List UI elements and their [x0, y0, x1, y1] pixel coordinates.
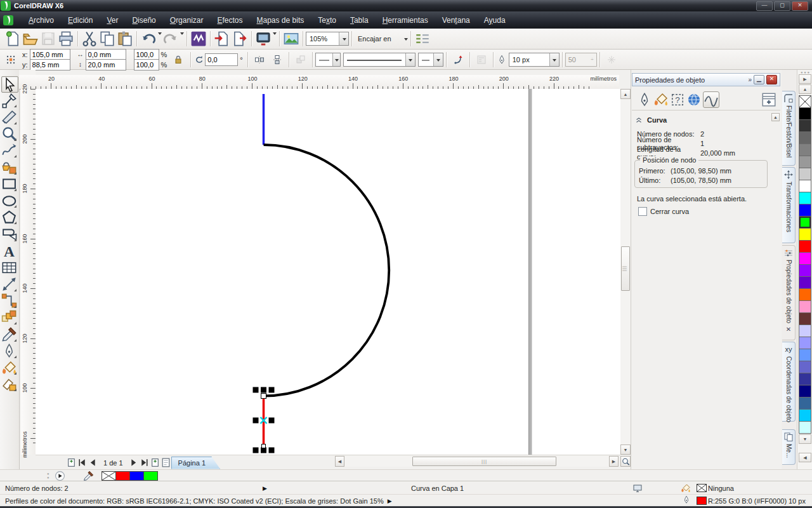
blend-tool[interactable]: [1, 310, 17, 325]
pick-tool[interactable]: [1, 76, 18, 93]
doc-swatch-ff0000[interactable]: [115, 471, 130, 481]
shape-tool[interactable]: [1, 93, 17, 108]
palette-swatch-ffff00[interactable]: [799, 228, 811, 241]
docker-scrollbar[interactable]: ▲: [771, 113, 780, 455]
palette-swatch-ff6600[interactable]: [799, 288, 811, 301]
y-position-field[interactable]: [30, 59, 70, 70]
application-launcher-button-dropdown[interactable]: [272, 35, 277, 43]
docpalette-flyout-button[interactable]: [55, 471, 65, 481]
menu-archivo[interactable]: Archivo: [22, 12, 61, 29]
palette-swatch-ffffff[interactable]: [799, 180, 811, 192]
docker-scroll-up[interactable]: ▲: [771, 113, 780, 121]
status-expander-1[interactable]: ▶: [263, 485, 267, 491]
last-page-button[interactable]: [139, 457, 150, 468]
palette-swatch-333399[interactable]: [799, 373, 811, 385]
dimension-tool[interactable]: [1, 277, 17, 292]
palette-swatch-0000ff[interactable]: [799, 204, 811, 217]
rotation-angle-field[interactable]: [205, 53, 238, 66]
scroll-right-button[interactable]: ▶: [609, 456, 619, 467]
expand-panel-icon[interactable]: [761, 92, 776, 107]
table-tool[interactable]: [1, 260, 17, 275]
first-node[interactable]: [261, 394, 266, 399]
text-wrap-button[interactable]: [473, 51, 490, 68]
copy-button[interactable]: [99, 30, 115, 47]
first-page-button[interactable]: [77, 457, 88, 468]
vertical-ruler[interactable]: 220200180160140120100milímetros: [21, 89, 36, 455]
collapse-section-icon[interactable]: [634, 114, 643, 126]
arc-object[interactable]: [264, 145, 390, 396]
smart-fill-tool[interactable]: [1, 160, 17, 175]
add-page-after-button[interactable]: [150, 457, 160, 468]
connector-tool[interactable]: [1, 293, 17, 309]
menu-texto[interactable]: Texto: [311, 12, 343, 29]
docker-close-button[interactable]: ✕: [766, 75, 777, 84]
palette-swatch-00ccff[interactable]: [799, 409, 811, 422]
scroll-up-button[interactable]: ▲: [620, 89, 631, 99]
palette-swatch-ff0000[interactable]: [799, 240, 811, 253]
arrange-button[interactable]: [292, 51, 309, 68]
vscroll-thumb[interactable]: |||: [621, 246, 630, 291]
text-tool[interactable]: A: [1, 243, 17, 258]
scroll-down-button[interactable]: ▼: [620, 444, 631, 455]
export-button[interactable]: [232, 30, 248, 47]
palette-swatch-00ff00[interactable]: [799, 216, 811, 229]
line-style-combo[interactable]: [343, 53, 416, 67]
docpalette-drag-handle[interactable]: ●●: [47, 472, 49, 479]
last-node[interactable]: [262, 444, 266, 448]
outline-tab-icon[interactable]: [637, 92, 652, 107]
fill-tab-icon[interactable]: [653, 92, 669, 107]
palette-swatch-000000[interactable]: [799, 107, 811, 120]
curve-tab-icon[interactable]: [703, 91, 719, 108]
snap-viewport-button[interactable]: [603, 51, 620, 68]
paste-button[interactable]: [117, 30, 133, 47]
menu-mapas-de-bits[interactable]: Mapas de bits: [250, 12, 311, 29]
palette-drag-handle[interactable]: ● ● ●: [797, 70, 812, 74]
palette-swatch-333333[interactable]: [799, 119, 811, 132]
end-arrowhead-combo[interactable]: [418, 53, 443, 67]
palette-swatch-ccccff[interactable]: [799, 324, 811, 337]
palette-expand-left[interactable]: ◀: [799, 453, 811, 462]
undo-button-dropdown[interactable]: [157, 35, 162, 43]
palette-swatch-ccffff[interactable]: [799, 421, 811, 434]
lock-ratio-icon[interactable]: [173, 54, 184, 65]
new-document-button[interactable]: [4, 30, 21, 47]
palette-swatch-000080[interactable]: [799, 385, 811, 398]
mirror-vertical-button[interactable]: [269, 51, 285, 68]
palette-swatch-ff99cc[interactable]: [799, 300, 811, 313]
rectangle-tool[interactable]: [1, 177, 17, 192]
polygon-tool[interactable]: [1, 210, 17, 225]
internet-tab-icon[interactable]: [686, 92, 702, 107]
curve-section-header[interactable]: Curva: [634, 114, 768, 126]
redo-button-dropdown[interactable]: [180, 35, 184, 43]
snapping-options-button[interactable]: [414, 30, 431, 47]
fill-tool[interactable]: [1, 360, 17, 375]
docker-tab-close-icon[interactable]: ✕: [786, 326, 791, 333]
outline-width-combo[interactable]: 10 px: [509, 53, 560, 67]
maximize-button[interactable]: ◻: [774, 1, 790, 11]
open-button[interactable]: [22, 30, 39, 47]
import-button[interactable]: [214, 30, 230, 47]
hscroll-thumb[interactable]: |||: [412, 457, 556, 466]
undo-button[interactable]: [140, 30, 157, 47]
add-page-before-button[interactable]: [66, 457, 77, 468]
palette-swatch-336699[interactable]: [799, 397, 811, 410]
freehand-tool[interactable]: [1, 143, 17, 158]
next-page-button[interactable]: [128, 457, 139, 468]
palette-swatch-999999[interactable]: [799, 156, 811, 168]
menu-organizar[interactable]: Organizar: [163, 12, 211, 29]
menu-tabla[interactable]: Tabla: [343, 12, 376, 29]
menu-edici-n[interactable]: Edición: [61, 12, 100, 29]
drawing-canvas[interactable]: [36, 89, 620, 455]
docker-tab-me-[interactable]: Me...: [782, 429, 796, 465]
status-expander-2[interactable]: ▶: [388, 498, 392, 504]
welcome-screen-button[interactable]: [283, 30, 299, 47]
transparency-tab-icon[interactable]: ?: [670, 92, 685, 107]
palette-flyout-button[interactable]: ▶: [799, 74, 811, 84]
snap-to-combo[interactable]: Encajar en: [355, 32, 408, 45]
previous-page-button[interactable]: [88, 457, 98, 468]
crop-tool[interactable]: [1, 110, 17, 125]
menu-dise-o[interactable]: Diseño: [125, 12, 162, 29]
monitor-icon[interactable]: [632, 483, 643, 494]
doc-swatch-0000ff[interactable]: [129, 471, 144, 481]
palette-swatch-808080[interactable]: [799, 144, 811, 156]
